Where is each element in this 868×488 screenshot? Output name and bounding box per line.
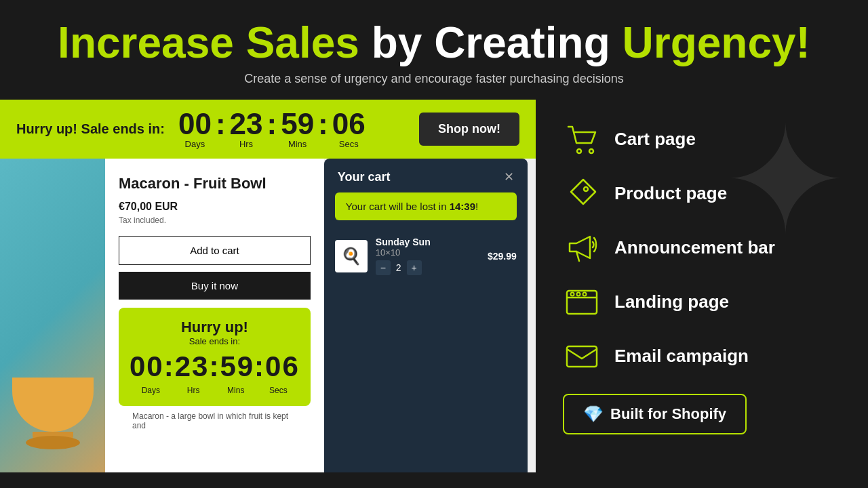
mins-block: 59 Mins [281, 109, 314, 149]
days-num: 00 [178, 109, 212, 139]
sep3: : [317, 109, 330, 139]
cart-item-price: $29.99 [488, 251, 517, 262]
sale-bar: Hurry up! Sale ends in: 00 Days : 23 Hrs… [0, 100, 536, 159]
mins-label: Mins [288, 139, 307, 149]
feature-product-label: Product page [614, 183, 727, 204]
product-image-area [0, 159, 105, 472]
left-panel: Hurry up! Sale ends in: 00 Days : 23 Hrs… [0, 100, 536, 472]
hrs-label: Hrs [239, 139, 253, 149]
cart-alert-time: 14:39 [450, 201, 475, 212]
cart-item-name: Sunday Sun [376, 237, 479, 247]
widget-time: 00:23:59:06 [130, 350, 300, 383]
cart-item: 🍳 Sunday Sun 10×10 − 2 + $29.99 [324, 230, 528, 282]
countdown-widget: Hurry up! Sale ends in: 00:23:59:06 Days… [119, 308, 311, 406]
hrs-num: 23 [230, 109, 263, 139]
cart-icon [563, 120, 601, 158]
header-subtitle: Create a sense of urgency and encourage … [14, 72, 854, 86]
sale-bar-label: Hurry up! Sale ends in: [16, 121, 165, 137]
svg-point-7 [583, 293, 587, 296]
mins-num: 59 [281, 109, 314, 139]
qty-increase-button[interactable]: + [407, 260, 422, 275]
main-content: Hurry up! Sale ends in: 00 Days : 23 Hrs… [0, 100, 868, 472]
buy-now-button[interactable]: Buy it now [119, 272, 311, 300]
feature-landing-label: Landing page [614, 291, 729, 312]
cart-item-details: Sunday Sun 10×10 − 2 + [376, 237, 479, 275]
product-title: Macaron - Fruit Bowl [119, 175, 311, 192]
bowl-shape [12, 378, 94, 432]
sep2: : [266, 109, 279, 139]
cart-alert-text: Your cart will be lost in [346, 201, 450, 212]
tag-icon [563, 174, 601, 212]
svg-point-5 [571, 293, 574, 296]
widget-sale-ends: Sale ends in: [130, 336, 300, 346]
feature-cart-page: Cart page [563, 120, 841, 158]
main-title: Increase Sales by Creating Urgency! [14, 19, 854, 66]
gem-icon: 💎 [583, 405, 604, 424]
svg-rect-8 [567, 346, 597, 367]
feature-announcement-bar: Announcement bar [563, 228, 841, 266]
cart-item-size: 10×10 [376, 247, 479, 258]
hrs-block: 23 Hrs [230, 109, 263, 149]
shopify-btn-label: Built for Shopify [610, 405, 726, 423]
bowl-stand [26, 436, 80, 449]
svg-point-6 [577, 293, 580, 296]
widget-secs-label: Secs [257, 386, 300, 395]
qty-number: 2 [396, 262, 401, 273]
feature-email-label: Email campaign [614, 346, 749, 367]
email-icon [563, 337, 601, 375]
qty-decrease-button[interactable]: − [376, 260, 391, 275]
cart-alert: Your cart will be lost in 14:39! [335, 192, 517, 220]
right-panel: ✦ Cart page Product page [536, 100, 868, 472]
cart-title: Your cart [338, 170, 391, 184]
feature-cart-label: Cart page [614, 129, 696, 150]
svg-point-0 [577, 149, 581, 153]
widget-hurry: Hurry up! [130, 319, 300, 336]
megaphone-icon [563, 228, 601, 266]
svg-point-1 [589, 149, 593, 153]
product-info: Macaron - Fruit Bowl €70,00 EUR Tax incl… [105, 159, 324, 472]
countdown-bar: 00 Days : 23 Hrs : 59 Mins : 06 Secs [178, 109, 366, 149]
svg-rect-3 [567, 291, 597, 314]
days-label: Days [185, 139, 205, 149]
sep1: : [214, 109, 227, 139]
cart-item-qty: − 2 + [376, 260, 479, 275]
feature-landing-page: Landing page [563, 283, 841, 321]
widget-labels: Days Hrs Mins Secs [130, 386, 300, 395]
cart-alert-end: ! [475, 201, 478, 212]
title-highlight1: Increase Sales [58, 18, 359, 67]
title-highlight2: Urgency! [623, 18, 810, 67]
widget-hrs-label: Hrs [172, 386, 215, 395]
days-block: 00 Days [178, 109, 212, 149]
secs-block: 06 Secs [332, 109, 366, 149]
product-tax: Tax included. [119, 216, 311, 225]
product-section: Macaron - Fruit Bowl €70,00 EUR Tax incl… [0, 159, 536, 472]
built-for-shopify-button[interactable]: 💎 Built for Shopify [563, 394, 747, 434]
cart-item-image: 🍳 [335, 240, 368, 272]
cart-close-button[interactable]: ✕ [504, 169, 514, 184]
cart-header: Your cart ✕ [324, 159, 528, 192]
shop-now-button[interactable]: Shop now! [419, 113, 519, 146]
product-price: €70,00 EUR [119, 201, 311, 213]
cart-overlay: Your cart ✕ Your cart will be lost in 14… [324, 159, 528, 472]
browser-icon [563, 283, 601, 321]
header: Increase Sales by Creating Urgency! Crea… [0, 0, 868, 100]
feature-email-campaign: Email campaign [563, 337, 841, 375]
widget-days-label: Days [130, 386, 172, 395]
feature-product-page: Product page [563, 174, 841, 212]
feature-announcement-label: Announcement bar [614, 237, 775, 258]
svg-point-2 [584, 187, 588, 191]
add-to-cart-button[interactable]: Add to cart [119, 236, 311, 265]
product-description: Macaron - a large bowl in which fruit is… [119, 406, 311, 430]
widget-mins-label: Mins [214, 386, 257, 395]
title-white: by Creating [359, 18, 623, 67]
secs-num: 06 [332, 109, 366, 139]
secs-label: Secs [339, 139, 359, 149]
